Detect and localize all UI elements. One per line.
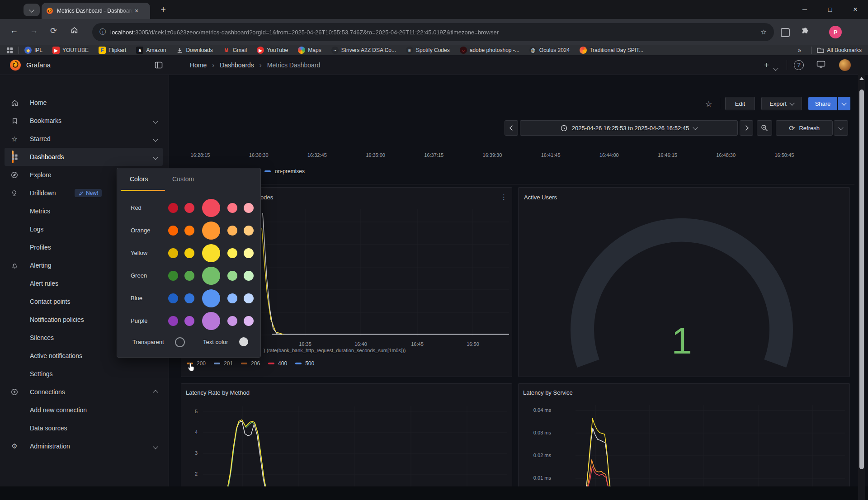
chevron-down-icon[interactable] xyxy=(154,135,157,143)
color-swatch-red-3[interactable] xyxy=(227,203,237,213)
bookmark-item[interactable]: MGmail xyxy=(223,47,247,54)
color-swatch-red-4[interactable] xyxy=(244,203,254,213)
all-bookmarks-button[interactable]: All Bookmarks xyxy=(827,47,862,53)
color-swatch-purple-3[interactable] xyxy=(227,316,237,326)
color-swatch-purple-4[interactable] xyxy=(244,316,254,326)
zoom-out-icon[interactable] xyxy=(757,120,772,136)
color-swatch-orange-2[interactable] xyxy=(202,222,220,240)
time-shift-forward-button[interactable] xyxy=(740,120,753,136)
color-swatch-blue-3[interactable] xyxy=(227,293,237,303)
refresh-button[interactable]: ⟳ Refresh xyxy=(776,120,833,136)
color-swatch-green-4[interactable] xyxy=(244,271,254,281)
color-swatch-blue-2[interactable] xyxy=(202,289,220,307)
edit-button[interactable]: Edit xyxy=(725,97,755,110)
bookmark-item[interactable]: ▶YOUTUBE xyxy=(52,47,89,54)
bookmark-star-icon[interactable]: ☆ xyxy=(761,28,767,36)
legend-item-500[interactable]: 500 xyxy=(295,360,314,367)
grafana-logo-icon[interactable] xyxy=(9,59,22,71)
sidebar-item-connections[interactable]: Connections xyxy=(5,383,163,401)
color-swatch-yellow-0[interactable] xyxy=(168,248,178,258)
bookmark-item[interactable]: Downloads xyxy=(176,47,212,54)
color-swatch-green-2[interactable] xyxy=(202,267,220,285)
bookmarks-overflow-chevrons[interactable]: » xyxy=(798,47,802,54)
on-premises-legend-item[interactable]: on-premises xyxy=(264,168,305,175)
sidebar-item-settings[interactable]: Settings xyxy=(5,365,163,383)
tab-close-icon[interactable]: × xyxy=(135,8,138,14)
legend-item-206[interactable]: 206 xyxy=(241,360,260,367)
color-swatch-orange-1[interactable] xyxy=(184,226,194,236)
color-swatch-blue-0[interactable] xyxy=(168,293,178,303)
color-swatch-purple-0[interactable] xyxy=(168,316,178,326)
color-swatch-blue-4[interactable] xyxy=(244,293,254,303)
forward-icon[interactable]: → xyxy=(30,26,38,35)
color-swatch-orange-3[interactable] xyxy=(227,226,237,236)
color-swatch-green-1[interactable] xyxy=(184,271,194,281)
text-color-swatch[interactable] xyxy=(239,337,248,346)
legend-item-201[interactable]: 201 xyxy=(214,360,233,367)
sidebar-item-starred[interactable]: ☆Starred xyxy=(5,130,163,148)
extensions-puzzle-icon[interactable] xyxy=(801,28,809,36)
bookmark-item[interactable]: Traditional Day SPIT... xyxy=(580,47,643,54)
page-scrollbar[interactable] xyxy=(858,55,865,500)
back-icon[interactable]: ← xyxy=(10,26,18,35)
tab-list-chevron-icon[interactable] xyxy=(24,4,40,16)
sidebar-item-home[interactable]: Home xyxy=(5,94,163,112)
monitor-icon[interactable] xyxy=(816,61,826,69)
new-tab-button[interactable]: + xyxy=(157,4,169,15)
color-swatch-yellow-3[interactable] xyxy=(227,248,237,258)
address-bar[interactable]: ⓘ localhost:3005/d/cek1z0u623zeoc/metric… xyxy=(92,23,774,41)
password-manager-icon[interactable] xyxy=(781,28,790,37)
color-swatch-yellow-1[interactable] xyxy=(184,248,194,258)
window-minimize-icon[interactable]: ─ xyxy=(792,6,817,13)
add-chevron-icon[interactable] xyxy=(774,64,778,72)
sidebar-item-dashboards[interactable]: Dashboards xyxy=(5,148,163,166)
latency-rate-by-method-panel[interactable]: Latency Rate by Method 5 4 3 2 xyxy=(181,383,512,500)
latency-by-service-panel[interactable]: Latency by Service 0.04 ms 0.03 ms 0.02 … xyxy=(518,383,850,500)
refresh-interval-chevron[interactable] xyxy=(834,120,848,136)
reload-icon[interactable]: ⟳ xyxy=(50,26,57,36)
bookmark-item[interactable]: @Oculus 2024 xyxy=(529,47,570,54)
color-swatch-green-3[interactable] xyxy=(227,271,237,281)
color-swatch-red-0[interactable] xyxy=(168,203,178,213)
bookmark-item[interactable]: Maps xyxy=(298,47,321,54)
transparent-swatch[interactable] xyxy=(175,337,185,347)
share-dropdown-chevron[interactable] xyxy=(838,97,850,110)
bookmark-item[interactable]: FFlipkart xyxy=(99,47,126,54)
tab-custom[interactable]: Custom xyxy=(172,175,194,183)
color-swatch-purple-1[interactable] xyxy=(184,316,194,326)
sidebar-item-bookmarks[interactable]: Bookmarks xyxy=(5,112,163,130)
time-range-picker[interactable]: 2025-04-26 16:25:53 to 2025-04-26 16:52:… xyxy=(520,120,738,136)
scrollbar-up-arrow[interactable] xyxy=(859,77,864,80)
bookmark-item[interactable]: ○adobe photoshop -... xyxy=(460,47,519,54)
legend-item-400[interactable]: 400 xyxy=(268,360,287,367)
bookmark-item[interactable]: aAmazon xyxy=(136,47,166,54)
color-swatch-orange-0[interactable] xyxy=(168,226,178,236)
bookmark-item[interactable]: ▶YouTube xyxy=(257,47,288,54)
home-icon[interactable] xyxy=(71,26,78,34)
color-swatch-blue-1[interactable] xyxy=(184,293,194,303)
tab-colors[interactable]: Colors xyxy=(130,175,148,183)
sidebar-item-administration[interactable]: ⚙Administration xyxy=(5,437,163,455)
sidebar-toggle-icon[interactable] xyxy=(155,61,163,69)
chevron-down-icon[interactable] xyxy=(154,442,157,450)
window-close-icon[interactable]: × xyxy=(843,5,868,14)
color-swatch-yellow-2[interactable] xyxy=(202,244,220,262)
color-swatch-orange-4[interactable] xyxy=(244,226,254,236)
browser-tab[interactable]: Metrics Dashboard - Dashboard × xyxy=(42,3,150,19)
scrollbar-thumb[interactable] xyxy=(859,90,864,469)
share-button[interactable]: Share xyxy=(808,97,837,110)
favorite-star-icon[interactable]: ☆ xyxy=(705,99,712,109)
color-swatch-yellow-4[interactable] xyxy=(244,248,254,258)
color-swatch-red-2[interactable] xyxy=(202,199,220,217)
user-avatar[interactable] xyxy=(839,59,851,71)
chevron-up-icon[interactable] xyxy=(154,388,157,396)
color-swatch-purple-2[interactable] xyxy=(202,312,220,330)
browser-profile-avatar[interactable]: P xyxy=(829,26,842,38)
breadcrumb-item-home[interactable]: Home xyxy=(190,55,207,75)
window-maximize-icon[interactable]: □ xyxy=(817,6,843,13)
color-swatch-red-1[interactable] xyxy=(184,203,194,213)
sidebar-item-data-sources[interactable]: Data sources xyxy=(5,419,163,437)
bookmark-item[interactable]: ~Strivers A2Z DSA Co... xyxy=(331,47,396,54)
chevron-down-icon[interactable] xyxy=(154,153,157,161)
time-shift-back-button[interactable] xyxy=(505,120,518,136)
